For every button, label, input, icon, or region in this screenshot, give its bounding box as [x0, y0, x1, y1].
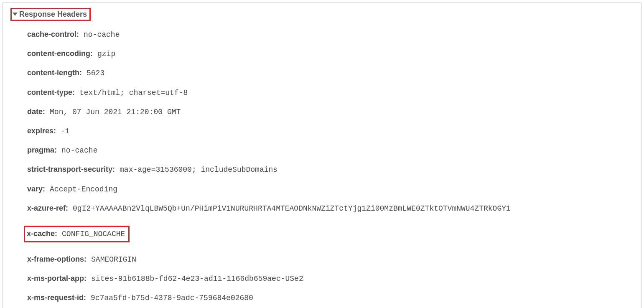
header-name: x-ms-request-id: [27, 293, 86, 302]
header-name: pragma: [27, 146, 57, 154]
header-value: 9c7aa5fd-b75d-4378-9adc-759684e02680 [91, 294, 253, 302]
header-value: Mon, 07 Jun 2021 21:20:00 GMT [50, 108, 181, 116]
header-x-cache-highlight: x-cache: CONFIG_NOCACHE [24, 226, 130, 242]
header-value: no-cache [61, 146, 97, 155]
header-name: vary: [27, 185, 45, 193]
headers-panel: Response Headers cache-control: no-cache… [3, 3, 641, 308]
header-value: 5623 [87, 69, 104, 77]
header-x-frame-options: x-frame-options: SAMEORIGIN [27, 254, 634, 265]
header-name: content-length: [27, 69, 82, 77]
header-value: Accept-Encoding [50, 185, 117, 193]
header-name: x-frame-options: [27, 255, 87, 263]
header-vary: vary: Accept-Encoding [27, 184, 634, 195]
section-header[interactable]: Response Headers [13, 10, 87, 19]
header-x-ms-request-id: x-ms-request-id: 9c7aa5fd-b75d-4378-9adc… [27, 293, 634, 303]
expand-collapse-icon[interactable] [13, 13, 18, 16]
header-date: date: Mon, 07 Jun 2021 21:20:00 GMT [27, 107, 634, 117]
header-expires: expires: -1 [27, 126, 634, 137]
header-content-length: content-length: 5623 [27, 68, 634, 79]
section-title: Response Headers [19, 10, 87, 19]
header-pragma: pragma: no-cache [27, 145, 634, 156]
header-value: 0gI2+YAAAAABn2VlqLBW5Qb+Un/PHimPiV1NURUR… [73, 204, 511, 213]
header-value: no-cache [84, 31, 120, 39]
header-value: -1 [61, 127, 70, 135]
header-content-encoding: content-encoding: gzip [27, 48, 634, 59]
header-cache-control: cache-control: no-cache [27, 29, 634, 40]
header-name: x-cache: [27, 229, 57, 238]
header-x-cache: x-cache: CONFIG_NOCACHE [27, 229, 125, 239]
header-value: SAMEORIGIN [91, 255, 136, 264]
header-x-azure-ref: x-azure-ref: 0gI2+YAAAAABn2VlqLBW5Qb+Un/… [27, 203, 634, 214]
header-strict-transport-security: strict-transport-security: max-age=31536… [27, 164, 634, 175]
header-name: x-azure-ref: [27, 204, 68, 212]
header-name: content-type: [27, 88, 75, 97]
header-x-ms-portal-app: x-ms-portal-app: sites-91b6188b-fd62-4e2… [27, 273, 634, 284]
header-value: max-age=31536000; includeSubDomains [120, 165, 277, 174]
header-name: date: [27, 107, 45, 116]
header-name: expires: [27, 127, 56, 135]
header-value: gzip [97, 50, 115, 58]
header-name: content-encoding: [27, 49, 93, 58]
header-name: strict-transport-security: [27, 165, 115, 173]
header-value: sites-91b6188b-fd62-4e23-ad11-1166db659a… [91, 275, 303, 283]
header-content-type: content-type: text/html; charset=utf-8 [27, 87, 634, 98]
response-headers-list: cache-control: no-cache content-encoding… [27, 29, 634, 304]
header-value: text/html; charset=utf-8 [79, 89, 188, 97]
header-name: cache-control: [27, 30, 79, 38]
header-name: x-ms-portal-app: [27, 274, 87, 283]
section-title-highlight: Response Headers [10, 8, 91, 21]
header-value: CONFIG_NOCACHE [62, 230, 125, 238]
